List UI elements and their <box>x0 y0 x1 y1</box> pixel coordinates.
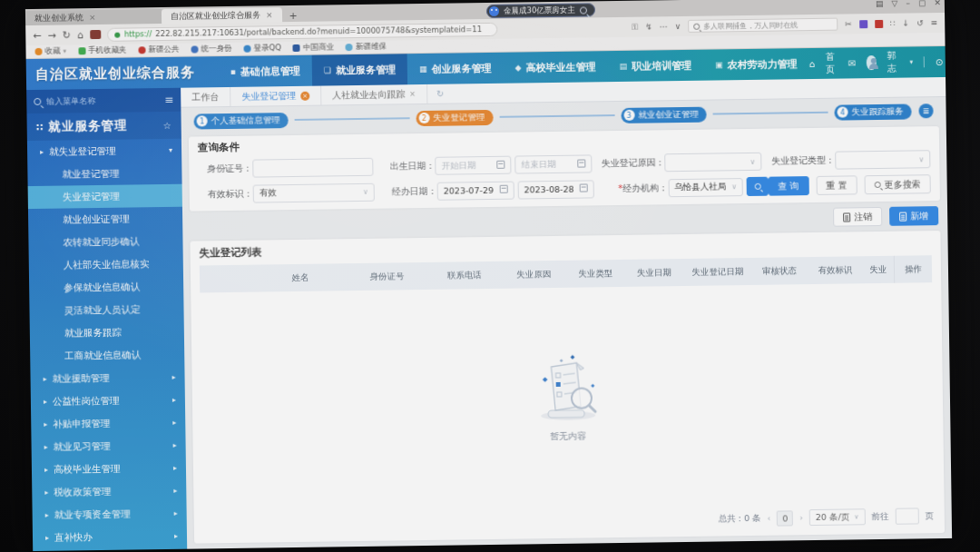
step-2-current[interactable]: 2失业登记管理 <box>416 109 493 125</box>
user-name[interactable]: 郭志 <box>887 50 898 75</box>
step-3[interactable]: 3就业创业证管理 <box>621 106 707 123</box>
sidebar-group-direct-subsidy[interactable]: ▸直补快办▸ <box>33 525 187 549</box>
steps-list-icon[interactable]: ≣ <box>918 104 933 118</box>
prev-page-button[interactable]: ‹ <box>768 514 771 523</box>
history-icon[interactable]: ↺ <box>916 18 924 27</box>
agency-select[interactable]: 乌恰县人社局∨ <box>668 178 743 197</box>
window-maximize-button[interactable]: ▢ <box>918 0 926 7</box>
password-key-icon[interactable]: ⚿ <box>632 22 638 32</box>
add-button[interactable]: 新增 <box>889 206 938 226</box>
bookmark-item[interactable]: 登录QQ <box>243 43 281 54</box>
step-1[interactable]: 1个人基础信息管理 <box>194 113 289 129</box>
sidebar-item-mohrss-verify[interactable]: 人社部失业信息核实 <box>29 252 183 277</box>
birth-end-input[interactable]: 结束日期 <box>515 154 592 173</box>
forward-button[interactable]: → <box>47 29 55 41</box>
new-tab-button[interactable]: + <box>281 10 304 22</box>
mail-icon[interactable]: ✉ <box>848 58 857 68</box>
sidebar-item-service-tracking[interactable]: 就业服务跟踪 <box>30 320 184 345</box>
close-icon[interactable]: × <box>409 90 416 98</box>
handle-start-input[interactable]: 2023-07-29 <box>437 181 514 200</box>
handle-end-input[interactable]: 2023-08-28 <box>517 180 594 199</box>
menu-icon[interactable]: ≡ <box>931 18 938 27</box>
browser-extension-icon[interactable]: ▤ <box>876 0 884 8</box>
tab-unemployment-registration[interactable]: 失业登记管理 × <box>230 86 321 106</box>
window-close-button[interactable]: ✕ <box>934 0 941 7</box>
page-size-select[interactable]: 20 条/页∨ <box>809 508 866 526</box>
plugin-icon-red[interactable] <box>875 19 883 27</box>
menu-item-basic-info[interactable]: ▪基础信息管理 <box>219 55 313 87</box>
registration-type-select[interactable]: ∨ <box>835 150 930 169</box>
collapse-menu-icon[interactable]: ≡ <box>164 94 173 106</box>
valid-flag-select[interactable]: 有效∨ <box>253 182 375 202</box>
menu-item-graduates[interactable]: ◆高校毕业生管理 <box>503 51 607 84</box>
hot-search-widget[interactable]: 金晨成30亿票房女主 <box>486 3 595 18</box>
sidebar-group-public-welfare[interactable]: ▸公益性岗位管理▸ <box>31 389 185 413</box>
bookmark-item[interactable]: 统一身份 <box>191 44 231 55</box>
window-minimize-button[interactable]: – <box>906 0 910 8</box>
sidebar-group-internship[interactable]: ▸就业见习管理▸ <box>31 434 185 458</box>
sidebar-item-rural-sync[interactable]: 农转就业同步确认 <box>28 230 182 254</box>
birth-start-input[interactable]: 开始日期 <box>435 156 511 175</box>
more-search-button[interactable]: 更多搜索 <box>864 174 930 194</box>
refresh-button[interactable]: ↻ <box>63 29 71 41</box>
sidebar-search[interactable]: ≡ <box>26 88 181 113</box>
avatar[interactable] <box>867 55 877 70</box>
tab-workbench[interactable]: 工作台 <box>181 87 230 107</box>
home-link[interactable]: 首页 <box>826 51 838 76</box>
back-button[interactable]: ← <box>33 29 41 41</box>
sidebar-group-special-funds[interactable]: ▸就业专项资金管理▸ <box>32 502 186 527</box>
goto-page-input[interactable] <box>895 508 918 524</box>
bookmark-item[interactable]: 收藏▾ <box>34 45 66 56</box>
reset-button[interactable]: 重 置 <box>816 175 857 195</box>
menu-item-training[interactable]: ▤职业培训管理 <box>607 50 703 82</box>
sidebar-group-subsidy[interactable]: ▸补贴申报管理▸ <box>31 411 185 436</box>
home-button[interactable]: ⌂ <box>77 29 83 41</box>
tab-close-icon[interactable]: × <box>89 13 96 22</box>
menu-item-startup-service[interactable]: ▦创业服务管理 <box>407 53 504 84</box>
bookmark-item[interactable]: 中国商业 <box>293 42 334 54</box>
tab-close-icon[interactable]: × <box>266 10 273 19</box>
sidebar-item-insured-confirm[interactable]: 参保就业信息确认 <box>29 275 183 300</box>
menu-item-employment-service[interactable]: ❏就业服务管理 <box>312 54 408 85</box>
sidebar-group-graduates[interactable]: ▸高校毕业生管理▸ <box>32 457 186 481</box>
agency-search-button[interactable] <box>747 177 768 196</box>
next-page-button[interactable]: › <box>799 513 803 522</box>
browser-search-box[interactable]: 多人联网捕鱼，万人同时在线 <box>688 18 838 33</box>
unemployment-reason-select[interactable]: ∨ <box>664 153 761 172</box>
more-tools-icon[interactable]: ⋯ <box>660 22 668 31</box>
sidebar-item-certificate[interactable]: 就业创业证管理 <box>28 207 182 232</box>
sidebar-item-employment-registration[interactable]: 就业登记管理 <box>27 162 181 186</box>
sidebar-item-business-confirm[interactable]: 工商就业信息确认 <box>30 343 184 368</box>
plugin-icon-purple[interactable] <box>859 20 867 28</box>
sidebar-search-input[interactable] <box>46 95 159 106</box>
step-4[interactable]: 4失业跟踪服务 <box>834 104 911 120</box>
app-icon[interactable] <box>90 30 101 39</box>
refresh-tabs-icon[interactable]: ↻ <box>436 89 445 99</box>
sidebar-item-flexible-workers[interactable]: 灵活就业人员认定 <box>29 298 183 322</box>
url-field[interactable]: ● https://222.82.215.217:10631/portal/ba… <box>107 22 497 41</box>
bookmark-item[interactable]: 手机收藏夹 <box>78 45 127 57</box>
power-icon[interactable]: ⊙ <box>936 56 944 66</box>
browser-tab-active[interactable]: 自治区就业创业综合服务 × <box>162 7 282 24</box>
close-icon[interactable]: × <box>300 91 309 100</box>
download-icon[interactable]: ↓ <box>902 19 909 28</box>
lightning-icon[interactable]: ↯ <box>645 22 652 31</box>
tab-employment-tracking[interactable]: 人社就业去向跟踪 × <box>321 84 427 105</box>
bookmark-item[interactable]: 新疆维保 <box>346 42 387 54</box>
window-menu-icon[interactable]: ▽ <box>891 0 897 8</box>
scissors-icon[interactable]: ✂ <box>845 19 852 28</box>
id-number-input[interactable] <box>252 158 374 178</box>
current-page[interactable]: 0 <box>777 510 793 526</box>
search-button[interactable]: 查 询 <box>768 176 808 196</box>
sidebar-group-registration[interactable]: ▸ 就失业登记管理 ▾ <box>27 139 181 163</box>
star-icon[interactable]: ☆ <box>163 120 172 130</box>
bookmark-item[interactable]: 新疆公共 <box>138 44 179 56</box>
browser-tab-background[interactable]: 就业创业系统 × <box>25 9 162 25</box>
sidebar-group-assistance[interactable]: ▸就业援助管理▸ <box>30 366 184 390</box>
sidebar-item-unemployment-registration[interactable]: 失业登记管理 <box>28 184 182 209</box>
sidebar-group-tax-policy[interactable]: ▸税收政策管理▸ <box>32 479 186 504</box>
dropdown-caret-icon[interactable]: ∨ <box>675 22 681 31</box>
deregister-button[interactable]: 注销 <box>833 207 882 227</box>
apps-grid-icon[interactable]: ∷ <box>890 19 896 28</box>
menu-item-rural-labor[interactable]: ▣农村劳动力管理 <box>703 48 809 81</box>
